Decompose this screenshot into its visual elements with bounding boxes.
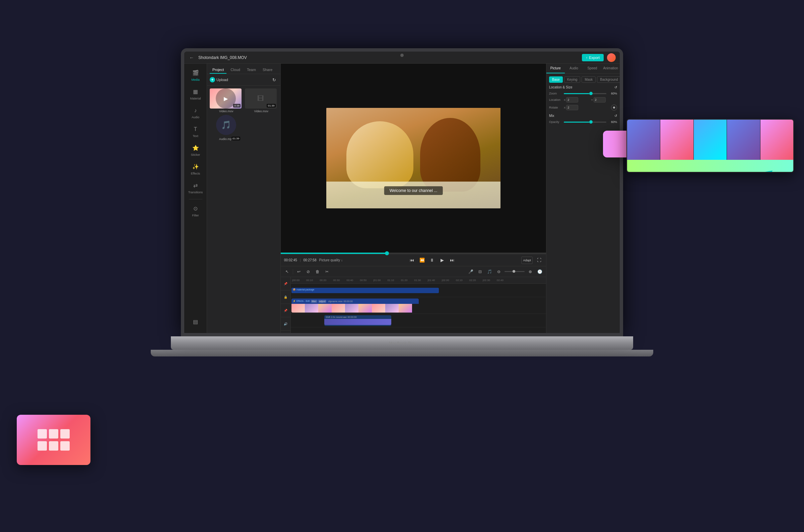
mix-section-title: Mix ↺ xyxy=(549,114,617,118)
upload-button[interactable]: + Upload xyxy=(210,77,228,82)
right-panel: Picture Audio Speed Animation Base Keyin… xyxy=(546,64,620,333)
tab-cloud[interactable]: Cloud xyxy=(228,66,243,74)
tracks-content: |00:00 00:10 00:20 00:30 00:40 00:50 |01… xyxy=(291,277,546,333)
video-frame: Welcome to our channel ... xyxy=(326,108,500,208)
delete-button[interactable]: 🗑 xyxy=(314,268,321,276)
tab-audio[interactable]: Audio xyxy=(565,64,583,73)
media-item-video1[interactable]: ▶ 0:38 Video.mov xyxy=(210,89,243,113)
sidebar-item-material[interactable]: ▦ Material xyxy=(186,85,205,102)
sidebar-item-effects[interactable]: ✨ Effects xyxy=(186,160,205,177)
sidebar-label-effects: Effects xyxy=(191,172,200,175)
timeline-toolbar: ↖ ↩ ⊘ 🗑 ✂ 🎤 ⊟ 🎵 ⊖ xyxy=(281,266,546,277)
sub-tab-keying[interactable]: Keying xyxy=(564,76,580,83)
sidebar-item-audio[interactable]: ♪ Audio xyxy=(186,104,205,121)
mix-reset[interactable]: ↺ xyxy=(614,114,617,118)
sub-tabs: Base Keying Mask Background xyxy=(549,76,617,83)
mic-button[interactable]: 🎤 xyxy=(467,268,474,276)
sidebar-item-media[interactable]: 🎬 Media xyxy=(186,66,205,84)
track-audio[interactable]: Shift 2.0x sound.aac 00:00:00 xyxy=(291,314,546,327)
clip-audio[interactable]: Shift 2.0x sound.aac 00:00:00 xyxy=(324,315,391,326)
tab-share[interactable]: Share xyxy=(260,66,275,74)
opacity-fill xyxy=(564,121,589,122)
filter-icon: ⊙ xyxy=(192,205,200,213)
time-current: 00:02:45 xyxy=(284,258,297,262)
split-button[interactable]: ⊘ xyxy=(305,268,312,276)
trim-button[interactable]: ✂ xyxy=(323,268,331,276)
opacity-slider[interactable] xyxy=(564,121,606,122)
quality-selector[interactable]: Picture quality ↓ xyxy=(319,258,343,262)
sticker-icon: ⭐ xyxy=(192,144,200,152)
sub-tab-mask[interactable]: Mask xyxy=(581,76,596,83)
pause-button[interactable]: ⏸ xyxy=(428,256,436,264)
timeline-tracks: 📌 🔒 📌 🔊 |00:00 00:10 xyxy=(281,277,546,333)
opacity-value: 60% xyxy=(608,120,617,124)
sidebar-item-sticker[interactable]: ⭐ Sticker xyxy=(186,141,205,159)
location-size-reset[interactable]: ↺ xyxy=(614,86,617,89)
sub-tab-base[interactable]: Base xyxy=(549,76,563,83)
tab-animation[interactable]: Animation xyxy=(601,64,620,73)
undo-button[interactable]: ↩ xyxy=(295,268,303,276)
sidebar-label-audio: Audio xyxy=(192,116,199,119)
back-button[interactable]: ← xyxy=(188,54,195,61)
sidebar-item-text[interactable]: T Text xyxy=(186,122,205,140)
preview-frame-5 xyxy=(761,120,793,160)
preview-bottom-bar xyxy=(627,160,793,173)
zoom-in-button[interactable]: ⊕ xyxy=(527,268,534,276)
step-back-button[interactable]: ⏪ xyxy=(418,256,426,264)
rotate-compass[interactable] xyxy=(611,104,617,111)
opacity-label: Opacity xyxy=(549,120,562,124)
text-icon: T xyxy=(192,125,200,133)
audio-track-button[interactable]: 🎵 xyxy=(486,268,493,276)
media-item-audio[interactable]: 🎵 01:39 Audio.mp3 xyxy=(210,115,243,141)
preview-frame-1 xyxy=(627,120,660,160)
sidebar-item-transitions[interactable]: ⇄ Transitions xyxy=(186,179,205,196)
audio-icon: ♪ xyxy=(192,107,200,115)
select-tool[interactable]: ↖ xyxy=(283,268,291,276)
location-y-input[interactable] xyxy=(594,97,606,102)
media-item-video2[interactable]: 🎞 01:39 Video.mov xyxy=(245,89,278,113)
rotate-x-input[interactable] xyxy=(566,105,578,110)
film-hole-4 xyxy=(38,441,47,451)
zoom-out-button[interactable]: ⊖ xyxy=(495,268,502,276)
track-video[interactable]: ⚡ Effects - Edit filter adjust clipname.… xyxy=(291,297,546,314)
sidebar-label-media: Media xyxy=(191,78,200,81)
tab-project[interactable]: Project xyxy=(210,66,227,74)
audio-waveform xyxy=(324,319,391,325)
playhead-bar[interactable] xyxy=(281,253,546,254)
film-hole-2 xyxy=(49,429,58,439)
play-button[interactable]: ▶ xyxy=(439,256,446,264)
sidebar-item-filter[interactable]: ⊙ Filter xyxy=(186,202,205,220)
timeline-area: ↖ ↩ ⊘ 🗑 ✂ 🎤 ⊟ 🎵 ⊖ xyxy=(281,266,546,333)
rotate-xy: X xyxy=(564,105,610,110)
panel-tabs: Project Cloud Team Share xyxy=(207,64,281,74)
track-label-4: 🔊 xyxy=(281,317,290,331)
skip-back-button[interactable]: ⏮ xyxy=(408,256,416,264)
clip-package[interactable]: 📦 material package xyxy=(291,288,439,293)
location-xy: X Y xyxy=(564,97,617,102)
export-button[interactable]: ↑ Export xyxy=(582,54,604,61)
split2-button[interactable]: ⊟ xyxy=(476,268,484,276)
opacity-thumb[interactable] xyxy=(589,120,593,124)
adapt-button[interactable]: Adapt xyxy=(521,256,533,264)
tab-speed[interactable]: Speed xyxy=(583,64,602,73)
sidebar-label-material: Material xyxy=(190,97,201,100)
material-icon: ▦ xyxy=(192,88,200,96)
location-x-input[interactable] xyxy=(566,97,578,102)
fullscreen-button[interactable]: ⛶ xyxy=(535,256,543,264)
floating-preview-panel xyxy=(627,119,794,173)
tab-team[interactable]: Team xyxy=(244,66,259,74)
zoom-row: Zoom 60% xyxy=(549,92,617,95)
zoom-thumb[interactable] xyxy=(589,92,593,95)
skip-forward-button[interactable]: ⏭ xyxy=(448,256,456,264)
app-ui: ← Shotondark IMG_008.MOV ↑ Export 🎬 Medi… xyxy=(184,52,620,333)
clip-video-effects[interactable]: ⚡ Effects - Edit filter adjust clipname.… xyxy=(291,299,419,312)
tab-picture[interactable]: Picture xyxy=(547,64,565,73)
sub-tab-background[interactable]: Background xyxy=(597,76,620,83)
zoom-slider[interactable] xyxy=(564,93,606,94)
clip-time: 00:00:00 xyxy=(344,300,353,303)
right-panel-tabs: Picture Audio Speed Animation xyxy=(547,64,620,74)
sidebar-item-settings[interactable]: ▤ xyxy=(186,313,205,330)
playhead-marker[interactable] xyxy=(385,251,389,255)
refresh-button[interactable]: ↻ xyxy=(270,76,278,83)
clock-button[interactable]: 🕐 xyxy=(536,268,543,276)
